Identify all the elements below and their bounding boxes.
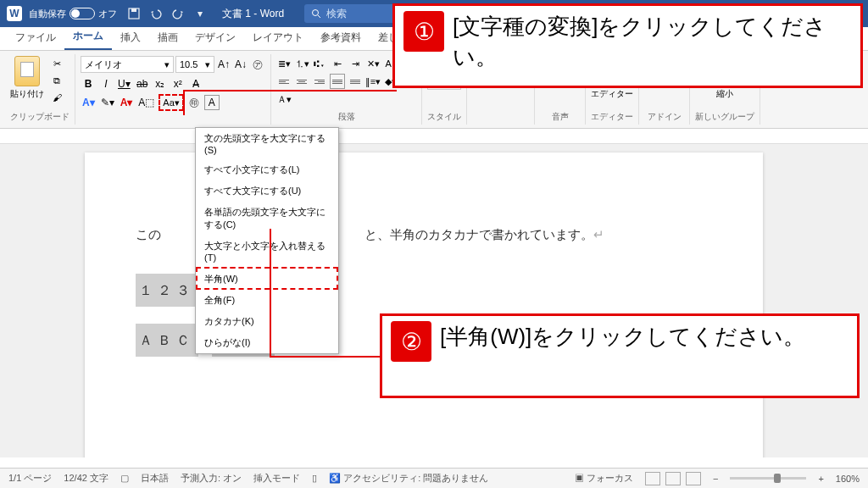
font-size-select[interactable]: 10.5▾: [175, 56, 214, 73]
decrease-indent-icon[interactable]: ⇤: [330, 56, 345, 71]
tab-draw[interactable]: 描画: [149, 25, 186, 50]
menu-hiragana[interactable]: ひらがな(I): [196, 332, 338, 353]
asian-layout-icon[interactable]: ✕▾: [365, 56, 381, 71]
paste-label[interactable]: 貼り付け: [10, 88, 44, 100]
qat-more-icon[interactable]: ▾: [193, 7, 207, 20]
menu-fullwidth[interactable]: 全角(F): [196, 290, 338, 311]
page[interactable]: この と、半角のカタカナで書かれています。 ↵ １２３ ４５６ ↵ ＡＢＣ ＤＥ…: [85, 152, 763, 458]
view-print-icon[interactable]: [665, 472, 681, 485]
increase-indent-icon[interactable]: ⇥: [348, 56, 363, 71]
char-shading-icon[interactable]: A⬚: [136, 95, 156, 110]
status-proofing-icon[interactable]: ▢: [120, 473, 129, 484]
distribute-icon[interactable]: [348, 74, 363, 89]
menu-uppercase[interactable]: すべて大文字にする(U): [196, 180, 338, 202]
format-painter-icon[interactable]: 🖌: [49, 90, 64, 105]
menu-lowercase[interactable]: すべて小文字にする(L): [196, 159, 338, 180]
search-placeholder: 検索: [326, 7, 347, 21]
change-case-dropdown: 文の先頭文字を大文字にする(S) すべて小文字にする(L) すべて大文字にする(…: [195, 127, 339, 354]
status-predict[interactable]: 予測入力: オン: [181, 472, 242, 485]
align-center-icon[interactable]: [294, 74, 309, 89]
word-app-icon: W: [7, 6, 22, 21]
grow-font-icon[interactable]: A↑: [216, 57, 231, 72]
status-page[interactable]: 1/1 ページ: [8, 472, 52, 485]
undo-icon[interactable]: [149, 7, 163, 20]
zoom-level[interactable]: 160%: [836, 474, 860, 484]
annotation-line: [270, 356, 381, 358]
annotation-line: [183, 90, 185, 115]
callout-number-1: ①: [403, 11, 444, 52]
annotation-line: [183, 90, 397, 92]
svg-line-3: [318, 15, 320, 18]
enclose-char-icon[interactable]: ㊞: [186, 95, 202, 110]
toggle-switch-icon[interactable]: [70, 8, 95, 19]
status-insert-mode[interactable]: 挿入モード: [253, 472, 300, 485]
status-focus[interactable]: ▣ フォーカス: [575, 472, 633, 485]
bullets-icon[interactable]: ≣▾: [276, 56, 292, 71]
paragraph-group-label: 段落: [276, 109, 416, 123]
align-right-icon[interactable]: [312, 74, 327, 89]
status-macro-icon[interactable]: ▯: [312, 473, 317, 484]
tab-home[interactable]: ホーム: [64, 24, 112, 50]
copy-icon[interactable]: ⧉: [49, 73, 64, 88]
justify-icon[interactable]: [330, 74, 345, 89]
zoom-slider[interactable]: [730, 477, 806, 480]
change-case-button[interactable]: Aa▾: [159, 94, 183, 111]
strikethrough-button[interactable]: ab: [135, 76, 150, 92]
selection-block[interactable]: １２３: [136, 274, 198, 307]
italic-button[interactable]: I: [98, 76, 114, 92]
status-accessibility[interactable]: ♿ アクセシビリティ: 問題ありません: [329, 472, 488, 485]
callout-text-2: [半角(W)]をクリックしてください。: [440, 321, 805, 352]
tab-design[interactable]: デザイン: [186, 25, 244, 50]
quick-access-toolbar: ▾: [127, 7, 207, 20]
tab-references[interactable]: 参考資料: [312, 25, 370, 50]
line-spacing-icon[interactable]: ‖≡▾: [365, 74, 381, 89]
annotation-line: [270, 229, 271, 358]
zoom-out-icon[interactable]: −: [713, 474, 718, 484]
callout-2: ② [半角(W)]をクリックしてください。: [380, 313, 860, 398]
clipboard-group: 貼り付け ✂ ⧉ 🖌 クリップボード: [5, 54, 75, 125]
menu-capitalize-each[interactable]: 各単語の先頭文字を大文字にする(C): [196, 202, 338, 236]
phonetic-guide-icon[interactable]: ㋐: [250, 57, 265, 72]
shrink-font-icon[interactable]: A↓: [233, 57, 248, 72]
selection-block[interactable]: ＡＢＣ: [136, 324, 198, 357]
view-buttons: [645, 472, 701, 485]
highlight-color-icon[interactable]: ✎▾: [99, 95, 116, 110]
autosave-label: 自動保存: [29, 8, 66, 20]
font-name-select[interactable]: メイリオ▾: [81, 56, 174, 73]
tab-file[interactable]: ファイル: [7, 25, 64, 50]
search-icon: [311, 8, 321, 19]
subscript-button[interactable]: x₂: [153, 76, 168, 92]
ruler[interactable]: [0, 129, 868, 144]
svg-rect-1: [131, 8, 136, 12]
editor-text: エディター: [591, 88, 633, 100]
view-read-icon[interactable]: [645, 472, 660, 485]
zoom-in-icon[interactable]: +: [818, 474, 823, 484]
save-icon[interactable]: [127, 7, 141, 20]
multilevel-icon[interactable]: ⑆▾: [312, 56, 327, 71]
cut-icon[interactable]: ✂: [49, 56, 64, 71]
redo-icon[interactable]: [171, 7, 185, 20]
char-border-icon[interactable]: A: [204, 95, 220, 110]
numbering-icon[interactable]: ⒈▾: [294, 56, 309, 71]
menu-katakana[interactable]: カタカナ(K): [196, 311, 338, 332]
tab-layout[interactable]: レイアウト: [244, 25, 312, 50]
underline-button[interactable]: U▾: [116, 76, 132, 92]
menu-toggle-case[interactable]: 大文字と小文字を入れ替える(T): [196, 236, 338, 267]
align-left-icon[interactable]: [276, 74, 292, 89]
font-color-icon[interactable]: A▾: [119, 95, 135, 110]
autosave-toggle[interactable]: 自動保存 オフ: [29, 8, 117, 20]
paste-icon[interactable]: [14, 56, 40, 86]
tab-insert[interactable]: 挿入: [112, 25, 149, 50]
clipboard-group-label: クリップボード: [10, 109, 70, 123]
text-effects-icon[interactable]: A▾: [81, 95, 97, 110]
bold-button[interactable]: B: [81, 76, 96, 92]
menu-sentence-case[interactable]: 文の先頭文字を大文字にする(S): [196, 128, 338, 159]
statusbar: 1/1 ページ 12/42 文字 ▢ 日本語 予測入力: オン 挿入モード ▯ …: [0, 468, 868, 488]
status-language[interactable]: 日本語: [141, 472, 169, 485]
menu-halfwidth[interactable]: 半角(W): [196, 267, 338, 290]
view-web-icon[interactable]: [686, 472, 701, 485]
callout-1: ① [文字種の変換]をクリックしてください。: [392, 3, 863, 88]
status-words[interactable]: 12/42 文字: [64, 472, 108, 485]
autosave-state: オフ: [98, 8, 117, 20]
char-spacing-icon[interactable]: Ａ▾: [276, 92, 292, 107]
